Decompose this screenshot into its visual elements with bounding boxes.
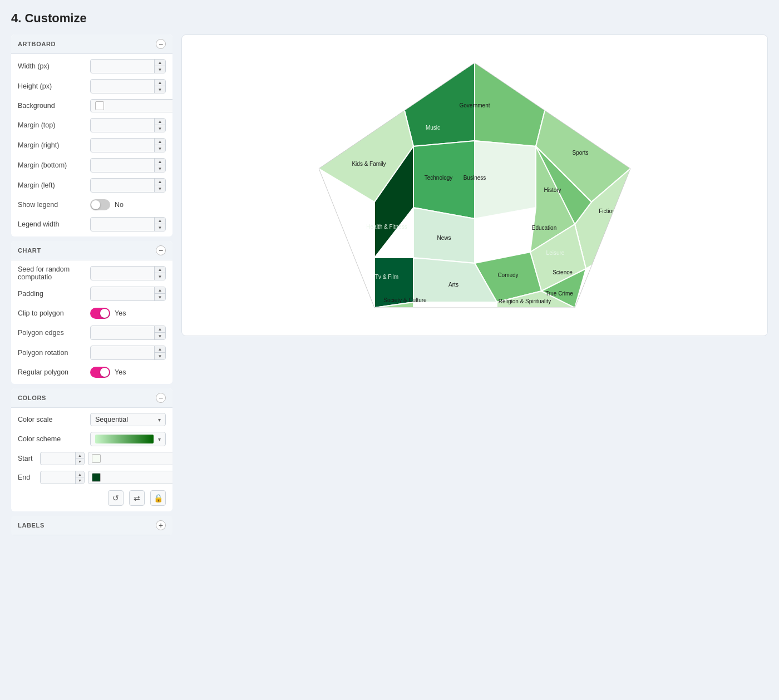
start-value[interactable]: 1329.512: [41, 452, 75, 465]
height-down[interactable]: ▼: [155, 86, 165, 93]
artboard-toggle[interactable]: −: [156, 39, 166, 49]
margin-bottom-input[interactable]: 10 ▲ ▼: [90, 158, 166, 172]
end-color-input[interactable]: #00441B: [88, 471, 172, 484]
polygon-rotation-input[interactable]: 54 ▲ ▼: [90, 346, 166, 360]
margin-bottom-value[interactable]: 10: [91, 159, 154, 171]
background-hex-field[interactable]: #FFFFFF: [107, 102, 172, 110]
label-true-crime: True Crime: [545, 290, 573, 297]
seed-value[interactable]: 0: [91, 267, 154, 279]
chart-toggle[interactable]: −: [156, 245, 166, 255]
polygon-rotation-down[interactable]: ▼: [155, 353, 165, 359]
margin-bottom-up[interactable]: ▲: [155, 159, 165, 165]
end-value[interactable]: 3185.193: [41, 471, 75, 484]
start-color-swatch: [92, 454, 101, 463]
margin-right-down[interactable]: ▼: [155, 145, 165, 152]
margin-right-up[interactable]: ▲: [155, 139, 165, 145]
label-tv-film: Tv & Film: [375, 274, 398, 280]
color-scale-row: Color scale Sequential ▾: [11, 410, 172, 429]
margin-left-up[interactable]: ▲: [155, 179, 165, 185]
colors-section: COLORS − Color scale Sequential ▾: [11, 388, 172, 511]
margin-bottom-label: Margin (bottom): [18, 161, 90, 169]
polygon-rotation-label: Polygon rotation: [18, 349, 90, 357]
label-kids-family: Kids & Family: [352, 161, 386, 167]
padding-value[interactable]: 2: [91, 288, 154, 300]
seed-up[interactable]: ▲: [155, 267, 165, 273]
label-government: Government: [459, 102, 490, 109]
width-value[interactable]: 805: [91, 60, 154, 72]
start-hex-field[interactable]: #F7FCF5: [103, 455, 172, 462]
lock-icon[interactable]: 🔒: [150, 490, 166, 506]
margin-right-row: Margin (right) 10 ▲ ▼: [11, 135, 172, 155]
color-actions-row: ↺ ⇄ 🔒: [11, 487, 172, 509]
show-legend-knob: [91, 200, 100, 209]
show-legend-row: Show legend No: [11, 195, 172, 214]
margin-top-down[interactable]: ▼: [155, 125, 165, 132]
width-up[interactable]: ▲: [155, 60, 165, 66]
padding-input[interactable]: 2 ▲ ▼: [90, 287, 166, 301]
clip-control: Yes: [90, 308, 126, 319]
label-history: History: [544, 187, 561, 193]
legend-width-input[interactable]: 200 ▲ ▼: [90, 217, 166, 231]
margin-top-input[interactable]: 10 ▲ ▼: [90, 118, 166, 132]
polygon-edges-down[interactable]: ▼: [155, 333, 165, 339]
swap-icon[interactable]: ⇄: [129, 490, 145, 506]
artboard-header: ARTBOARD −: [11, 34, 172, 54]
margin-bottom-down[interactable]: ▼: [155, 165, 165, 172]
start-row: Start 1329.512 ▲ ▼ #F7F: [11, 449, 172, 468]
legend-width-up[interactable]: ▲: [155, 218, 165, 224]
seed-down[interactable]: ▼: [155, 273, 165, 280]
labels-toggle[interactable]: +: [156, 520, 166, 530]
height-up[interactable]: ▲: [155, 80, 165, 86]
color-scale-label: Color scale: [18, 416, 90, 423]
margin-top-up[interactable]: ▲: [155, 119, 165, 125]
start-number-input[interactable]: 1329.512 ▲ ▼: [40, 452, 85, 465]
legend-width-down[interactable]: ▼: [155, 224, 165, 231]
end-label: End: [18, 474, 40, 481]
polygon-rotation-value[interactable]: 54: [91, 347, 154, 359]
background-color-input[interactable]: #FFFFFF: [90, 99, 172, 112]
margin-left-down[interactable]: ▼: [155, 185, 165, 192]
show-legend-value: No: [115, 201, 124, 209]
clip-row: Clip to polygon Yes: [11, 304, 172, 323]
height-value[interactable]: 600: [91, 80, 154, 92]
colors-toggle[interactable]: −: [156, 393, 166, 403]
margin-left-input[interactable]: 10 ▲ ▼: [90, 178, 166, 193]
clip-toggle[interactable]: [90, 308, 110, 319]
legend-width-value[interactable]: 200: [91, 218, 154, 230]
polygon-rotation-up[interactable]: ▲: [155, 346, 165, 353]
show-legend-toggle[interactable]: [90, 199, 110, 210]
color-scheme-label: Color scheme: [18, 435, 90, 443]
seed-label: Seed for random computatio: [18, 265, 90, 281]
end-hex-field[interactable]: #00441B: [103, 474, 172, 481]
polygon-edges-input[interactable]: 5 ▲ ▼: [90, 326, 166, 340]
reset-icon[interactable]: ↺: [108, 490, 124, 506]
start-color-input[interactable]: #F7FCF5: [88, 452, 172, 465]
width-down[interactable]: ▼: [155, 66, 165, 73]
margin-top-value[interactable]: 10: [91, 119, 154, 131]
padding-up[interactable]: ▲: [155, 287, 165, 294]
end-number-input[interactable]: 3185.193 ▲ ▼: [40, 471, 85, 484]
start-down[interactable]: ▼: [76, 459, 84, 465]
padding-down[interactable]: ▼: [155, 294, 165, 300]
margin-left-value[interactable]: 10: [91, 179, 154, 191]
start-up[interactable]: ▲: [76, 452, 84, 459]
height-label: Height (px): [18, 82, 90, 90]
margin-right-input[interactable]: 10 ▲ ▼: [90, 138, 166, 152]
seed-input[interactable]: 0 ▲ ▼: [90, 266, 166, 280]
width-input[interactable]: 805 ▲ ▼: [90, 59, 166, 73]
polygon-edges-value[interactable]: 5: [91, 327, 154, 339]
margin-right-value[interactable]: 10: [91, 139, 154, 151]
end-up[interactable]: ▲: [76, 471, 84, 477]
background-row: Background #FFFFFF: [11, 96, 172, 115]
label-comedy: Comedy: [497, 272, 518, 278]
label-music: Music: [426, 125, 440, 131]
height-input[interactable]: 600 ▲ ▼: [90, 79, 166, 93]
color-scale-select[interactable]: Sequential ▾: [90, 413, 166, 426]
margin-top-label: Margin (top): [18, 121, 90, 129]
end-down[interactable]: ▼: [76, 477, 84, 484]
color-scheme-select[interactable]: ▾: [90, 432, 166, 446]
polygon-edges-up[interactable]: ▲: [155, 326, 165, 333]
regular-polygon-toggle[interactable]: [90, 367, 110, 378]
label-news: News: [437, 235, 451, 241]
labels-title: LABELS: [18, 522, 45, 529]
